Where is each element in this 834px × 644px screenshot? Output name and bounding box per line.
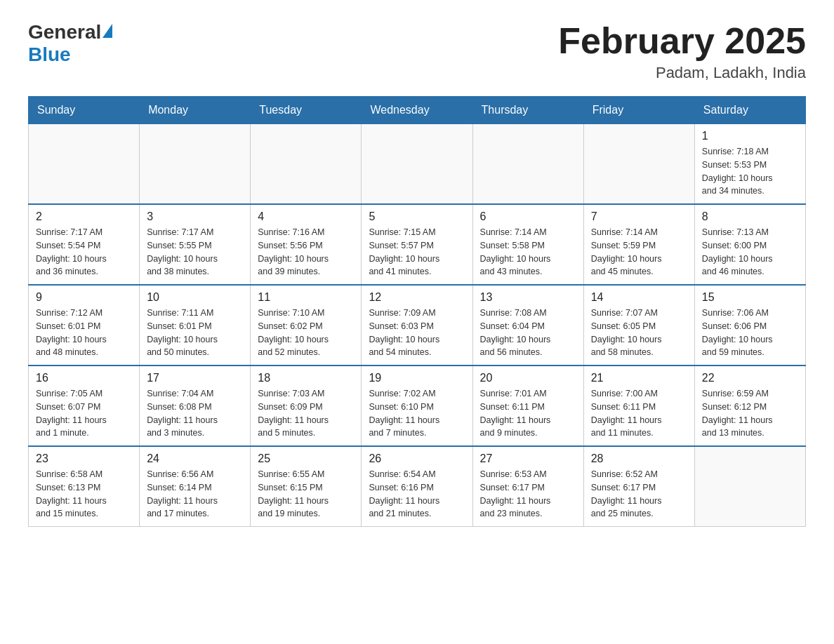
calendar-day-cell: 26Sunrise: 6:54 AMSunset: 6:16 PMDayligh… [362,446,472,527]
calendar-day-cell: 4Sunrise: 7:16 AMSunset: 5:56 PMDaylight… [251,204,362,285]
day-info: Sunrise: 7:17 AMSunset: 5:54 PMDaylight:… [36,226,132,279]
day-info: Sunrise: 7:12 AMSunset: 6:01 PMDaylight:… [36,307,132,359]
day-info: Sunrise: 7:13 AMSunset: 6:00 PMDaylight:… [702,226,798,279]
weekday-header-wednesday: Wednesday [362,97,472,124]
day-info: Sunrise: 7:18 AMSunset: 5:53 PMDaylight:… [702,145,798,198]
day-info: Sunrise: 6:59 AMSunset: 6:12 PMDaylight:… [702,387,798,440]
day-number: 21 [591,372,687,384]
calendar-day-cell: 13Sunrise: 7:08 AMSunset: 6:04 PMDayligh… [472,285,583,365]
day-number: 13 [480,291,576,304]
day-number: 18 [258,372,354,384]
day-number: 5 [369,210,465,223]
calendar-day-cell [362,124,472,205]
day-number: 6 [480,210,576,223]
day-info: Sunrise: 7:02 AMSunset: 6:10 PMDaylight:… [369,387,465,440]
calendar-week-row: 16Sunrise: 7:05 AMSunset: 6:07 PMDayligh… [29,365,806,446]
day-info: Sunrise: 7:10 AMSunset: 6:02 PMDaylight:… [258,307,354,359]
day-info: Sunrise: 7:11 AMSunset: 6:01 PMDaylight:… [147,307,243,359]
day-number: 14 [591,291,687,304]
day-number: 26 [369,452,465,465]
day-info: Sunrise: 6:55 AMSunset: 6:15 PMDaylight:… [258,468,354,521]
weekday-header-monday: Monday [140,97,251,124]
calendar-day-cell: 10Sunrise: 7:11 AMSunset: 6:01 PMDayligh… [140,285,251,365]
calendar-day-cell: 20Sunrise: 7:01 AMSunset: 6:11 PMDayligh… [472,365,583,446]
calendar-day-cell: 8Sunrise: 7:13 AMSunset: 6:00 PMDaylight… [694,204,805,285]
logo-blue-text: Blue [28,43,71,66]
day-info: Sunrise: 7:01 AMSunset: 6:11 PMDaylight:… [480,387,576,440]
day-info: Sunrise: 7:17 AMSunset: 5:55 PMDaylight:… [147,226,243,279]
day-info: Sunrise: 6:54 AMSunset: 6:16 PMDaylight:… [369,468,465,521]
day-number: 24 [147,452,243,465]
day-info: Sunrise: 7:07 AMSunset: 6:05 PMDaylight:… [591,307,687,359]
day-info: Sunrise: 6:53 AMSunset: 6:17 PMDaylight:… [480,468,576,521]
day-info: Sunrise: 7:14 AMSunset: 5:59 PMDaylight:… [591,226,687,279]
calendar-day-cell: 24Sunrise: 6:56 AMSunset: 6:14 PMDayligh… [140,446,251,527]
calendar-day-cell: 5Sunrise: 7:15 AMSunset: 5:57 PMDaylight… [362,204,472,285]
day-info: Sunrise: 7:03 AMSunset: 6:09 PMDaylight:… [258,387,354,440]
day-info: Sunrise: 7:15 AMSunset: 5:57 PMDaylight:… [369,226,465,279]
day-number: 27 [480,452,576,465]
calendar-day-cell [583,124,694,205]
calendar-day-cell: 14Sunrise: 7:07 AMSunset: 6:05 PMDayligh… [583,285,694,365]
weekday-header-thursday: Thursday [472,97,583,124]
calendar-day-cell: 28Sunrise: 6:52 AMSunset: 6:17 PMDayligh… [583,446,694,527]
logo: General Blue [28,21,112,66]
day-info: Sunrise: 6:52 AMSunset: 6:17 PMDaylight:… [591,468,687,521]
day-number: 9 [36,291,132,304]
day-number: 2 [36,210,132,223]
calendar-day-cell: 12Sunrise: 7:09 AMSunset: 6:03 PMDayligh… [362,285,472,365]
calendar-day-cell: 19Sunrise: 7:02 AMSunset: 6:10 PMDayligh… [362,365,472,446]
calendar-day-cell: 18Sunrise: 7:03 AMSunset: 6:09 PMDayligh… [251,365,362,446]
day-number: 3 [147,210,243,223]
calendar-day-cell: 1Sunrise: 7:18 AMSunset: 5:53 PMDaylight… [694,124,805,205]
calendar-day-cell [694,446,805,527]
day-number: 11 [258,291,354,304]
day-info: Sunrise: 7:06 AMSunset: 6:06 PMDaylight:… [702,307,798,359]
day-number: 22 [702,372,798,384]
day-number: 28 [591,452,687,465]
calendar-day-cell: 17Sunrise: 7:04 AMSunset: 6:08 PMDayligh… [140,365,251,446]
page-header: General Blue February 2025 Padam, Ladakh… [28,21,806,82]
calendar-day-cell [140,124,251,205]
day-info: Sunrise: 7:16 AMSunset: 5:56 PMDaylight:… [258,226,354,279]
calendar-day-cell: 16Sunrise: 7:05 AMSunset: 6:07 PMDayligh… [29,365,140,446]
day-number: 23 [36,452,132,465]
weekday-header-tuesday: Tuesday [251,97,362,124]
day-number: 7 [591,210,687,223]
calendar-table: SundayMondayTuesdayWednesdayThursdayFrid… [28,96,806,527]
day-number: 12 [369,291,465,304]
calendar-week-row: 9Sunrise: 7:12 AMSunset: 6:01 PMDaylight… [29,285,806,365]
day-number: 8 [702,210,798,223]
day-info: Sunrise: 6:58 AMSunset: 6:13 PMDaylight:… [36,468,132,521]
day-info: Sunrise: 7:04 AMSunset: 6:08 PMDaylight:… [147,387,243,440]
day-number: 16 [36,372,132,384]
day-number: 4 [258,210,354,223]
calendar-week-row: 23Sunrise: 6:58 AMSunset: 6:13 PMDayligh… [29,446,806,527]
logo-triangle-icon [102,24,112,38]
calendar-day-cell: 21Sunrise: 7:00 AMSunset: 6:11 PMDayligh… [583,365,694,446]
page-title: February 2025 [558,21,806,61]
day-number: 17 [147,372,243,384]
weekday-header-sunday: Sunday [29,97,140,124]
calendar-day-cell: 25Sunrise: 6:55 AMSunset: 6:15 PMDayligh… [251,446,362,527]
title-block: February 2025 Padam, Ladakh, India [558,21,806,82]
day-info: Sunrise: 7:05 AMSunset: 6:07 PMDaylight:… [36,387,132,440]
calendar-day-cell: 22Sunrise: 6:59 AMSunset: 6:12 PMDayligh… [694,365,805,446]
weekday-header-friday: Friday [583,97,694,124]
day-info: Sunrise: 7:14 AMSunset: 5:58 PMDaylight:… [480,226,576,279]
page-subtitle: Padam, Ladakh, India [558,64,806,82]
calendar-day-cell [472,124,583,205]
calendar-day-cell: 15Sunrise: 7:06 AMSunset: 6:06 PMDayligh… [694,285,805,365]
day-number: 15 [702,291,798,304]
calendar-day-cell: 3Sunrise: 7:17 AMSunset: 5:55 PMDaylight… [140,204,251,285]
calendar-day-cell: 27Sunrise: 6:53 AMSunset: 6:17 PMDayligh… [472,446,583,527]
calendar-day-cell [251,124,362,205]
day-info: Sunrise: 7:00 AMSunset: 6:11 PMDaylight:… [591,387,687,440]
day-number: 19 [369,372,465,384]
day-number: 10 [147,291,243,304]
day-number: 1 [702,130,798,142]
day-info: Sunrise: 7:09 AMSunset: 6:03 PMDaylight:… [369,307,465,359]
day-info: Sunrise: 7:08 AMSunset: 6:04 PMDaylight:… [480,307,576,359]
calendar-week-row: 1Sunrise: 7:18 AMSunset: 5:53 PMDaylight… [29,124,806,205]
logo-general-text: General [28,21,101,43]
